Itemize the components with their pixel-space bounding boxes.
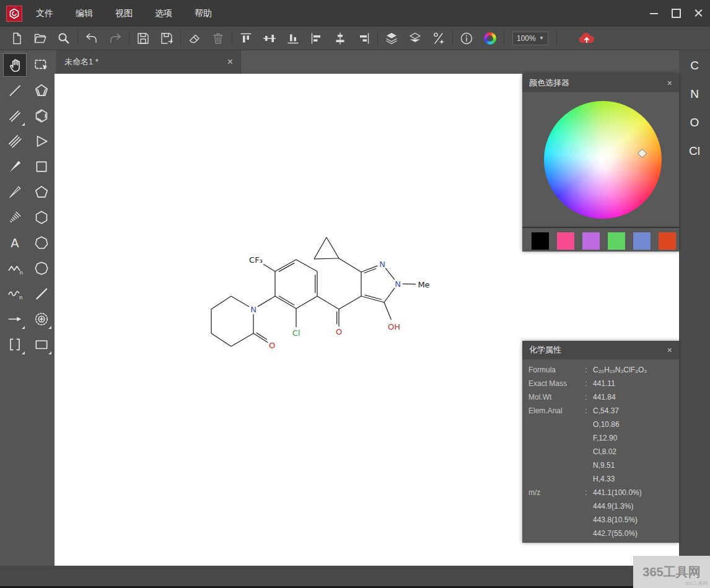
element-button-n[interactable]: N (679, 84, 710, 105)
color-swatch-1[interactable] (532, 232, 549, 250)
cyclooctane-ring-tool[interactable] (30, 257, 53, 279)
cyclopentane-ring-tool[interactable] (30, 181, 53, 203)
color-palette-button[interactable] (478, 29, 502, 48)
clean-structure-button[interactable] (427, 29, 450, 48)
cyclopropane-ring-tool[interactable] (30, 130, 53, 152)
color-swatch-3[interactable] (582, 232, 600, 250)
send-to-back-button[interactable] (403, 29, 427, 48)
svg-text:O: O (269, 341, 275, 350)
marquee-select-tool[interactable] (30, 54, 53, 76)
cloud-upload-button[interactable] (575, 29, 598, 48)
element-button-cl[interactable]: Cl (679, 141, 710, 162)
chem-panel-close-icon[interactable]: × (667, 345, 672, 355)
svg-text:A: A (11, 236, 19, 250)
rectangle-tool-icon (33, 336, 50, 353)
charge-tool[interactable] (30, 308, 53, 330)
cyclopropane-ring-tool-icon (33, 133, 50, 149)
dashed-wedge-bond-tool[interactable] (4, 181, 26, 203)
menu-item-1[interactable]: 文件 (27, 0, 62, 27)
bring-to-front-button[interactable] (380, 29, 403, 48)
menu-item-2[interactable]: 编辑 (67, 0, 102, 27)
benzene-ring-tool[interactable] (30, 105, 53, 127)
app-logo-icon[interactable] (6, 6, 22, 22)
double-bond-tool[interactable] (4, 105, 26, 127)
element-button-o[interactable]: O (679, 112, 710, 133)
align-right-icon (356, 31, 371, 46)
color-picker-close-icon[interactable]: × (667, 78, 672, 88)
svg-text:n: n (19, 294, 23, 301)
single-bond-tool[interactable] (4, 79, 26, 102)
align-middle-button[interactable] (258, 29, 281, 48)
cyclohexane-ring-tool[interactable] (30, 206, 53, 229)
svg-text:O: O (336, 327, 342, 336)
undo-icon (84, 31, 99, 46)
open-file-button[interactable] (28, 29, 52, 48)
toolbar-separator (504, 31, 504, 46)
tab-label: 未命名1 * (64, 56, 227, 68)
menu-item-3[interactable]: 视图 (107, 0, 141, 27)
info-button[interactable] (455, 29, 478, 48)
cyclopentane-ring-tool-icon (33, 184, 50, 200)
color-wheel[interactable] (544, 101, 662, 219)
color-swatch-6[interactable] (659, 232, 676, 250)
new-file-button[interactable] (5, 29, 28, 48)
color-swatch-2[interactable] (557, 232, 574, 250)
toolbar-separator (556, 31, 557, 46)
undo-button[interactable] (80, 29, 103, 48)
maximize-button[interactable] (669, 7, 683, 20)
arrow-tool[interactable] (4, 308, 26, 330)
property-colon: : (579, 366, 593, 374)
property-value: F,12.90 (593, 434, 617, 442)
redo-button[interactable] (103, 29, 127, 48)
color-swatch-4[interactable] (608, 232, 625, 250)
zoom-level-select[interactable]: 100%▼ (512, 32, 548, 45)
hashed-bond-tool[interactable] (4, 206, 26, 229)
bring-to-front-icon (384, 31, 399, 46)
property-label: Elem.Anal (528, 406, 579, 415)
menu-item-5[interactable]: 帮助 (186, 0, 221, 27)
element-button-c[interactable]: C (679, 55, 710, 76)
solid-wedge-bond-tool[interactable] (4, 156, 26, 178)
color-swatch-5[interactable] (633, 232, 651, 250)
property-row-7: Cl,8.02 (522, 445, 679, 459)
text-tool[interactable]: A (4, 232, 26, 254)
cyclopentadiene-ring-tool[interactable] (30, 79, 53, 102)
marquee-select-tool-icon (33, 57, 50, 73)
chain-tool[interactable]: n (4, 257, 26, 279)
polymer-chain-tool[interactable]: n (4, 283, 26, 305)
hand-tool[interactable] (4, 54, 26, 76)
minimize-button[interactable] (647, 7, 660, 20)
chem-panel-titlebar[interactable]: 化学属性 × (522, 341, 679, 359)
cycloheptane-ring-tool[interactable] (30, 232, 53, 254)
color-picker-titlebar[interactable]: 颜色选择器 × (522, 74, 679, 92)
property-row-2: Exact Mass:441.11 (522, 377, 679, 390)
zoom-search-button[interactable] (52, 29, 76, 48)
align-right-button[interactable] (352, 29, 375, 48)
align-left-button[interactable] (305, 29, 328, 48)
polymer-chain-tool-icon: n (7, 286, 23, 302)
delete-button[interactable] (206, 29, 230, 48)
align-bottom-button[interactable] (281, 29, 305, 48)
line-tool[interactable] (30, 283, 53, 305)
triple-bond-tool[interactable] (4, 130, 26, 152)
menu-item-4[interactable]: 选项 (146, 0, 181, 27)
save-as-button[interactable] (155, 29, 178, 48)
close-button[interactable] (691, 7, 705, 20)
cyclobutane-ring-tool[interactable] (30, 156, 53, 178)
bracket-tool[interactable] (4, 333, 26, 356)
property-value: Cl,8.02 (593, 447, 616, 456)
save-icon (136, 31, 151, 46)
eraser-button[interactable] (183, 29, 206, 48)
property-row-11: 444.9(1.3%) (522, 499, 679, 513)
property-row-1: Formula:C₂₀H₁₉N₃ClF₃O₃ (522, 363, 679, 377)
flyout-corner-icon (48, 351, 51, 354)
property-value: H,4.33 (593, 475, 615, 483)
align-bottom-icon (286, 31, 300, 46)
maximize-icon (672, 9, 681, 18)
align-top-button[interactable] (234, 29, 258, 48)
align-center-button[interactable] (328, 29, 352, 48)
save-button[interactable] (131, 29, 155, 48)
rectangle-tool[interactable] (30, 333, 53, 356)
tab-close-icon[interactable]: × (227, 57, 233, 67)
tab-untitled-1[interactable]: 未命名1 * × (56, 50, 241, 74)
